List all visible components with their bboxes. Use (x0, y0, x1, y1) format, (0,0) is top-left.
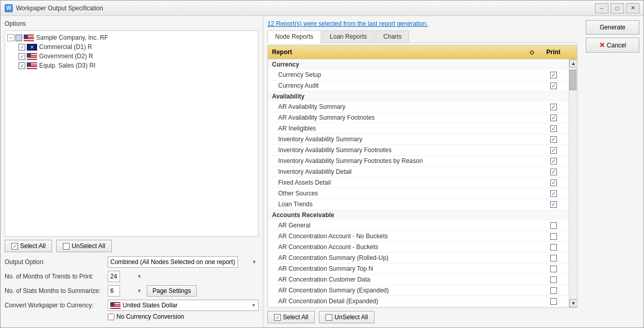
checkbox-ar-conc-no-buckets[interactable] (550, 233, 557, 240)
report-table-header: Report ◇ Print (268, 45, 577, 59)
bottom-unselect-all-button[interactable]: UnSelect All (319, 311, 375, 323)
report-name-ar-conc-customer: AR Concentration Customer Data (268, 275, 538, 284)
checkbox-ar-conc-expanded[interactable] (550, 287, 557, 294)
trends-months-row: No. of Months of Trends to Print: 122436 (5, 271, 259, 282)
bottom-select-all-label: Select All (283, 314, 308, 321)
report-check-ar-conc-customer (538, 276, 569, 283)
checkbox-currency-audit[interactable] (550, 83, 557, 89)
scroll-down-button[interactable]: ▼ (569, 299, 577, 307)
tree-root-item[interactable]: − Sample Company, Inc. RF (7, 33, 256, 42)
checkbox-ar-ineligibles[interactable] (550, 125, 557, 132)
close-button[interactable]: ✕ (626, 3, 639, 13)
report-name-ar-ineligibles: AR Ineligibles (268, 124, 538, 133)
scroll-track[interactable] (569, 68, 577, 299)
print-header-cell: Print (538, 47, 569, 57)
report-name-inv-detail: Inventory Availability Detail (268, 167, 538, 176)
no-conversion-row: No Currency Conversion (108, 313, 259, 320)
maximize-button[interactable]: □ (611, 3, 624, 13)
cancel-button[interactable]: ✕ Cancel (586, 38, 639, 53)
checkbox-loan-trends[interactable] (550, 201, 557, 208)
report-name-ar-conc-rolled-up: AR Concentration Summary (Rolled-Up) (268, 253, 538, 263)
report-name-ar-conc-buckets: AR Concentration Account - Buckets (268, 242, 538, 252)
stats-months-select[interactable]: 3612 (108, 285, 120, 297)
checkbox-fixed-assets[interactable] (550, 179, 557, 186)
scroll-up-button[interactable]: ▲ (569, 59, 577, 68)
currency-value: United States Dollar (123, 302, 251, 309)
tree-children: Commercial (D1) R Government (D2) R Equi… (19, 42, 256, 70)
trends-months-label: No. of Months of Trends to Print: (5, 273, 108, 280)
tree-item-equip[interactable]: Equip. Sales (D3) RI (19, 61, 256, 70)
output-option-wrapper: Combined (All Nodes Selected on one repo… (108, 256, 259, 268)
tree-checkbox-root[interactable] (15, 35, 22, 41)
action-panel: Generate ✕ Cancel (582, 16, 643, 327)
checkbox-ar-conc-customer[interactable] (550, 276, 557, 283)
checkbox-other-sources[interactable] (550, 190, 557, 197)
checkbox-inv-availability[interactable] (550, 136, 557, 143)
output-option-select[interactable]: Combined (All Nodes Selected on one repo… (108, 256, 238, 268)
scrollbar[interactable]: ▲ ▼ (569, 59, 577, 307)
checkbox-ar-conc-top-n[interactable] (550, 266, 557, 272)
trends-months-select[interactable]: 122436 (108, 271, 120, 282)
currency-flag-select[interactable]: United States Dollar ▼ (108, 300, 259, 311)
table-row: AR Concentration Detail (Expanded) (268, 296, 569, 307)
tree-checkbox-equip[interactable] (19, 62, 25, 69)
checkbox-currency-setup[interactable] (550, 72, 557, 78)
sort-icon[interactable]: ◇ (530, 49, 534, 56)
tree-area: − Sample Company, Inc. RF Commercial (D1… (5, 30, 259, 237)
select-all-button[interactable]: Select All (5, 240, 52, 252)
report-check-ar-availability (538, 104, 569, 110)
tab-loan-reports[interactable]: Loan Reports (322, 30, 375, 42)
minimize-button[interactable]: − (595, 3, 608, 13)
report-check-ar-conc-no-buckets (538, 233, 569, 240)
checkbox-inv-detail[interactable] (550, 169, 557, 175)
tree-item-commercial[interactable]: Commercial (D1) R (19, 42, 256, 52)
report-name-ar-conc-expanded: AR Concentration Summary (Expanded) (268, 286, 538, 295)
report-check-other-sources (538, 190, 569, 197)
report-name-inv-availability: Inventory Availability Summary (268, 135, 538, 144)
report-check-ar-conc-buckets (538, 244, 569, 251)
report-name-currency-audit: Currency Audit (268, 81, 538, 90)
report-name-inv-footnotes-reason: Inventory Availability Summary Footnotes… (268, 156, 538, 166)
report-check-inv-detail (538, 169, 569, 175)
report-check-ar-conc-expanded (538, 287, 569, 294)
currency-select-wrapper: United States Dollar ▼ (108, 300, 259, 311)
tree-item-government[interactable]: Government (D2) R (19, 52, 256, 61)
table-row: AR Concentration Account - No Buckets (268, 231, 569, 242)
bottom-select-all-check-icon (274, 314, 281, 321)
report-name-ar-availability-footnotes: AR Availability Summary Footnotes (268, 113, 538, 122)
table-row: AR Availability Summary Footnotes (268, 112, 569, 123)
checkbox-ar-conc-detail-expanded[interactable] (550, 298, 557, 305)
stats-months-wrapper: 3612 (108, 285, 144, 297)
no-currency-checkbox[interactable] (108, 314, 114, 320)
output-option-row: Output Option: Combined (All Nodes Selec… (5, 256, 259, 268)
bottom-unselect-all-label: UnSelect All (334, 314, 368, 321)
report-check-ar-conc-detail-expanded (538, 298, 569, 305)
currency-row: Convert Workpaper to Currency: United St… (5, 300, 259, 311)
unselect-all-button[interactable]: UnSelect All (56, 240, 112, 252)
report-check-ar-conc-top-n (538, 266, 569, 272)
checkbox-ar-availability[interactable] (550, 104, 557, 110)
tabs-area: Node Reports Loan Reports Charts (267, 30, 578, 43)
report-check-fixed-assets (538, 179, 569, 186)
tab-charts[interactable]: Charts (376, 30, 409, 42)
tree-checkbox-commercial[interactable] (19, 44, 25, 51)
page-settings-button[interactable]: Page Settings (147, 285, 197, 297)
tab-node-reports[interactable]: Node Reports (267, 30, 321, 43)
checkbox-inv-footnotes-reason[interactable] (550, 158, 557, 165)
checkbox-ar-conc-buckets[interactable] (550, 244, 557, 251)
bottom-select-all-button[interactable]: Select All (267, 311, 315, 323)
report-table-body[interactable]: Currency Currency Setup Currency Audit (268, 59, 569, 307)
scrollbar-spacer (569, 47, 577, 57)
report-info: 12 Report(s) were selected from the last… (267, 20, 578, 27)
checkbox-ar-conc-rolled-up[interactable] (550, 255, 557, 261)
checkbox-ar-general[interactable] (550, 222, 557, 229)
tree-checkbox-government[interactable] (19, 53, 25, 60)
tree-expand-root[interactable]: − (7, 34, 14, 41)
checkbox-ar-availability-footnotes[interactable] (550, 114, 557, 121)
section-accounts-receivable: Accounts Receivable (268, 210, 569, 220)
scroll-thumb[interactable] (569, 70, 577, 90)
flag-icon-root (24, 35, 34, 41)
app-icon: W (5, 4, 13, 12)
checkbox-inv-availability-footnotes[interactable] (550, 147, 557, 154)
generate-button[interactable]: Generate (586, 20, 639, 35)
